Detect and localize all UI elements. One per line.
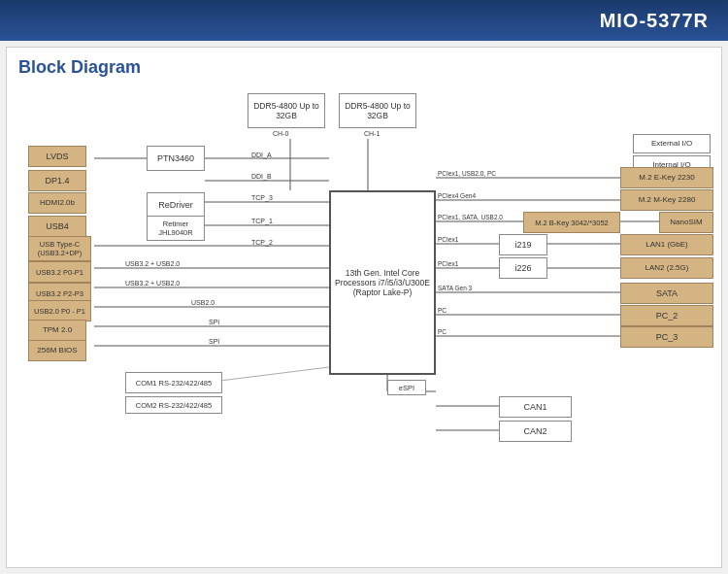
lan1-box: LAN1 (GbE) xyxy=(620,234,713,255)
tcp2-label: TCP_2 xyxy=(251,239,273,246)
bios-box: 256M BIOS xyxy=(28,340,86,361)
tcp1-label: TCP_1 xyxy=(251,218,273,224)
external-io-box: External I/O xyxy=(633,134,711,153)
pclex1-sata-usb20-label: PCIex1, SATA, USB2.0 xyxy=(438,214,503,220)
header: MIO-5377R xyxy=(0,0,728,41)
usb32-usb20-1-label: USB3.2 + USB2.0 xyxy=(125,260,180,267)
tpm-box: TPM 2.0 xyxy=(28,320,86,341)
pc-1-label: PC xyxy=(438,307,447,314)
pc-2-label: PC xyxy=(438,328,447,335)
com1-box: COM1 RS-232/422/485 xyxy=(125,372,222,393)
ptn3460-box: PTN3460 xyxy=(147,146,205,171)
sata-gen3-label: SATA Gen 3 xyxy=(438,285,472,291)
main-content: Block Diagram xyxy=(6,47,722,568)
i219-box: i219 xyxy=(499,234,547,255)
sata-box: SATA xyxy=(620,283,713,304)
pclex4-gen4-label: PCIex4 Gen4 xyxy=(438,192,476,199)
usb20-p01-box: USB2.0 P0 - P1 xyxy=(28,300,91,321)
ch1-label: CH-1 xyxy=(364,130,380,137)
pc2-box: PC_2 xyxy=(620,305,713,326)
com2-box: COM2 RS-232/422/485 xyxy=(125,396,222,414)
usb32-p01-box: USB3.2 P0-P1 xyxy=(28,261,91,283)
redriver-box: ReDriver xyxy=(147,192,205,218)
section-title: Block Diagram xyxy=(18,57,710,78)
ch0-label: CH-0 xyxy=(273,130,288,137)
pclex1-2-label: PCIex1 xyxy=(438,260,458,267)
dp14-box: DP1.4 xyxy=(28,170,86,191)
nanosim-box: NanoSIM xyxy=(659,212,713,233)
cpu-box: 13th Gen. Intel Core Processors i7/i5/i3… xyxy=(329,190,436,375)
espi-box: eSPI xyxy=(387,380,426,395)
can1-box: CAN1 xyxy=(499,396,572,418)
m2-bkey-box: M.2 B-Key 3042/*3052 xyxy=(523,212,620,233)
can2-box: CAN2 xyxy=(499,421,572,442)
ddr5-ch1-box: DDR5-4800 Up to 32GB xyxy=(339,93,416,128)
usb32-usb20-2-label: USB3.2 + USB2.0 xyxy=(125,280,180,287)
pc3-box: PC_3 xyxy=(620,326,713,348)
pclex1-1-label: PCIex1 xyxy=(438,236,458,243)
spi2-label: SPI xyxy=(209,338,219,345)
pclex1-usb20-label: PCIex1, USB2.0, PC xyxy=(438,170,496,177)
ddr5-ch0-box: DDR5-4800 Up to 32GB xyxy=(248,93,325,128)
tcp3-label: TCP_3 xyxy=(251,194,273,201)
m2-ekey-box: M.2 E-Key 2230 xyxy=(620,167,713,188)
lvds-box: LVDS xyxy=(28,146,86,167)
svg-line-27 xyxy=(213,367,329,382)
i226-box: i226 xyxy=(499,257,547,279)
hdmi-box: HDMI2.0b xyxy=(28,192,86,214)
m2-mkey-box: M.2 M-Key 2280 xyxy=(620,189,713,211)
usb4-box: USB4 xyxy=(28,216,86,237)
header-title: MIO-5377R xyxy=(600,10,709,32)
spi1-label: SPI xyxy=(209,319,219,325)
lan2-box: LAN2 (2.5G) xyxy=(620,257,713,279)
retimer-box: Retimer JHL9040R xyxy=(147,216,205,241)
usb20-label: USB2.0 xyxy=(191,299,215,306)
ddi-b-label: DDI_B xyxy=(251,173,272,180)
usb-typec-box: USB Type-C (USB3.2+DP) xyxy=(28,236,91,261)
diagram-area: DDR5-4800 Up to 32GB CH-0 DDR5-4800 Up t… xyxy=(18,85,710,557)
ddi-a-label: DDI_A xyxy=(251,152,272,158)
